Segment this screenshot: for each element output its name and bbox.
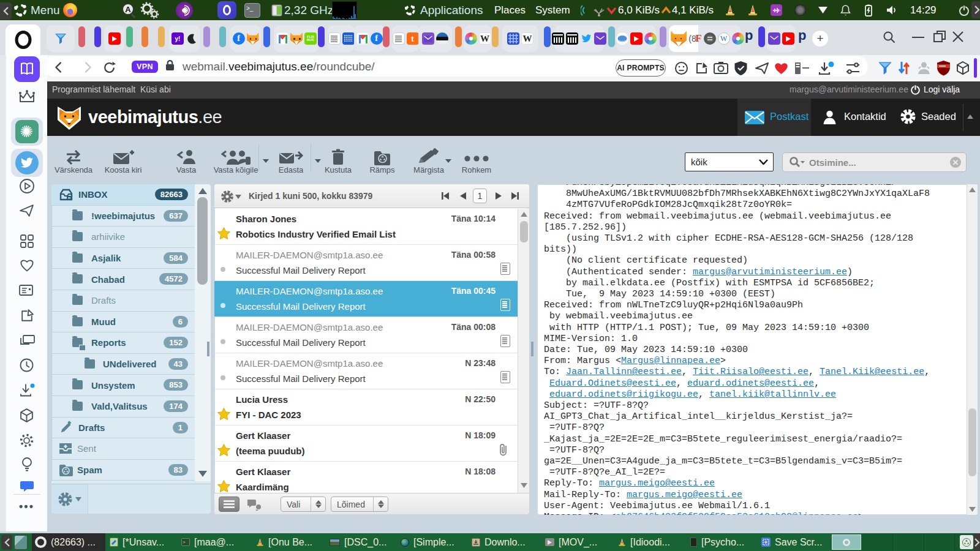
svg-text:A: A [125,5,131,14]
